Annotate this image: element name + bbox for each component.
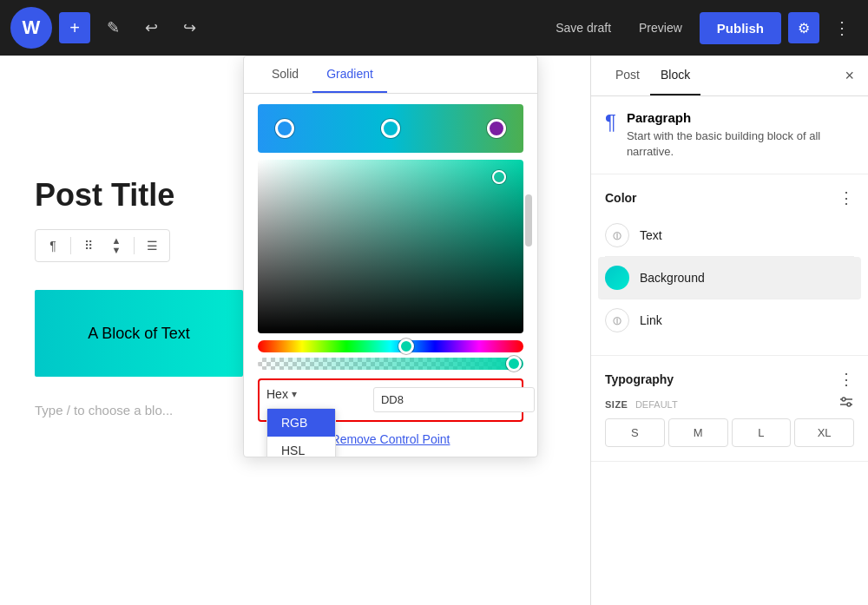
align-icon: ☰	[147, 239, 158, 253]
topbar-right: Save draft Preview Publish ⚙ ⋮	[545, 12, 858, 44]
typography-section: Typography ⋮ SIZE DEFAULT S M L XL	[591, 356, 868, 462]
dropdown-arrow[interactable]: ▾	[292, 388, 297, 400]
hex-select-wrap: Hex ▾ RGB HSL Hex	[266, 387, 297, 401]
hex-input[interactable]	[373, 387, 535, 412]
color-section: Color ⋮ ⊘ Text Background ⊘ Link	[591, 174, 868, 356]
preview-button[interactable]: Preview	[628, 14, 693, 42]
sidebar-close-button[interactable]: ×	[845, 67, 854, 85]
color-section-title: Color	[605, 191, 637, 205]
drag-handle-button[interactable]: ⠿	[76, 233, 101, 258]
paragraph-icon: ¶	[605, 110, 616, 135]
text-block[interactable]: A Block of Text	[35, 290, 243, 377]
gear-icon: ⚙	[798, 20, 810, 36]
redo-button[interactable]: ↪	[174, 12, 205, 43]
gradient-stop-right[interactable]	[487, 119, 506, 138]
picker-tabs: Solid Gradient	[244, 56, 537, 94]
hex-input-row: Hex ▾ RGB HSL Hex ⧉	[258, 378, 523, 422]
hue-handle[interactable]	[398, 339, 414, 354]
color-section-header: Color ⋮	[605, 188, 854, 207]
alpha-slider-wrap	[258, 358, 523, 370]
typography-adjust-button[interactable]	[838, 396, 854, 411]
wp-logo: W	[10, 7, 52, 49]
paragraph-icon: ¶	[49, 239, 56, 253]
right-sidebar: Post Block × ¶ Paragraph Start with the …	[590, 56, 868, 605]
color-picker-popup: Solid Gradient	[243, 56, 538, 457]
save-draft-button[interactable]: Save draft	[545, 14, 621, 42]
dropdown-item-hsl[interactable]: HSL	[267, 437, 335, 457]
drag-icon: ⠿	[84, 239, 93, 253]
gradient-stop-center[interactable]	[381, 119, 400, 138]
pencil-icon: ✎	[107, 18, 120, 37]
gradient-tab[interactable]: Gradient	[312, 56, 387, 93]
paragraph-section: ¶ Paragraph Start with the basic buildin…	[591, 96, 868, 174]
pencil-button[interactable]: ✎	[97, 12, 128, 43]
type-hint: Type / to choose a blo...	[35, 403, 173, 418]
block-name: Paragraph	[627, 110, 854, 125]
color-canvas-wrapper	[258, 160, 523, 333]
svg-point-3	[847, 403, 851, 406]
solid-tab[interactable]: Solid	[258, 56, 312, 93]
settings-button[interactable]: ⚙	[788, 12, 819, 43]
text-color-option[interactable]: ⊘ Text	[605, 214, 854, 257]
link-color-label: Link	[640, 313, 662, 327]
typography-section-header: Typography ⋮	[605, 370, 854, 389]
alpha-slider[interactable]	[258, 358, 523, 370]
undo-icon: ↩	[145, 18, 158, 37]
hue-slider-wrap	[258, 340, 523, 352]
publish-button[interactable]: Publish	[700, 12, 781, 44]
size-label: SIZE	[605, 399, 628, 410]
text-color-label: Text	[640, 228, 662, 242]
size-grid: S M L XL	[605, 418, 854, 447]
hex-dropdown: RGB HSL Hex	[266, 408, 336, 457]
background-color-circle	[605, 266, 629, 290]
typography-section-title: Typography	[605, 372, 674, 386]
more-icon: ⋮	[833, 17, 851, 38]
move-arrows-button[interactable]: ▲▼	[104, 233, 128, 258]
editor-area: Post Title ¶ ⠿ ▲▼ ☰ A Block of Text Type…	[0, 56, 590, 605]
arrows-icon: ▲▼	[112, 236, 122, 255]
align-button[interactable]: ☰	[140, 233, 164, 258]
sidebar-tabs: Post Block ×	[591, 56, 868, 96]
canvas-handle[interactable]	[492, 170, 506, 184]
text-color-circle: ⊘	[605, 223, 629, 247]
post-title: Post Title	[35, 177, 174, 214]
more-options-button[interactable]: ⋮	[826, 12, 858, 43]
block-toolbar: ¶ ⠿ ▲▼ ☰	[35, 229, 170, 262]
default-label: DEFAULT	[635, 399, 678, 410]
scroll-thumb[interactable]	[525, 194, 532, 247]
tab-post[interactable]: Post	[605, 56, 650, 95]
typography-more-button[interactable]: ⋮	[838, 370, 854, 389]
size-l-button[interactable]: L	[732, 418, 792, 447]
size-xl-button[interactable]: XL	[794, 418, 854, 447]
color-canvas[interactable]	[258, 160, 523, 333]
dropdown-item-rgb[interactable]: RGB	[267, 409, 335, 437]
link-color-circle: ⊘	[605, 308, 629, 332]
block-desc: Start with the basic building block of a…	[627, 128, 854, 160]
alpha-handle[interactable]	[506, 356, 522, 372]
gradient-stop-left[interactable]	[275, 119, 294, 138]
paragraph-icon-button[interactable]: ¶	[41, 233, 65, 258]
tab-block[interactable]: Block	[650, 56, 700, 95]
topbar: W + ✎ ↩ ↪ Save draft Preview Publish ⚙ ⋮	[0, 0, 868, 56]
background-color-label: Background	[640, 271, 705, 285]
gradient-preview-bar[interactable]	[258, 104, 523, 153]
toolbar-divider-2	[134, 237, 135, 254]
color-more-button[interactable]: ⋮	[838, 188, 854, 207]
size-m-button[interactable]: M	[668, 418, 728, 447]
svg-point-2	[842, 398, 845, 401]
hue-slider[interactable]	[258, 340, 523, 352]
color-format-label[interactable]: Hex	[266, 387, 288, 401]
undo-button[interactable]: ↩	[135, 12, 167, 43]
size-s-button[interactable]: S	[605, 418, 665, 447]
background-color-option[interactable]: Background	[598, 257, 861, 299]
main-area: Post Title ¶ ⠿ ▲▼ ☰ A Block of Text Type…	[0, 56, 868, 605]
add-button[interactable]: +	[59, 12, 90, 43]
toolbar-divider	[70, 237, 71, 254]
link-color-option[interactable]: ⊘ Link	[605, 299, 854, 341]
redo-icon: ↪	[183, 18, 196, 37]
